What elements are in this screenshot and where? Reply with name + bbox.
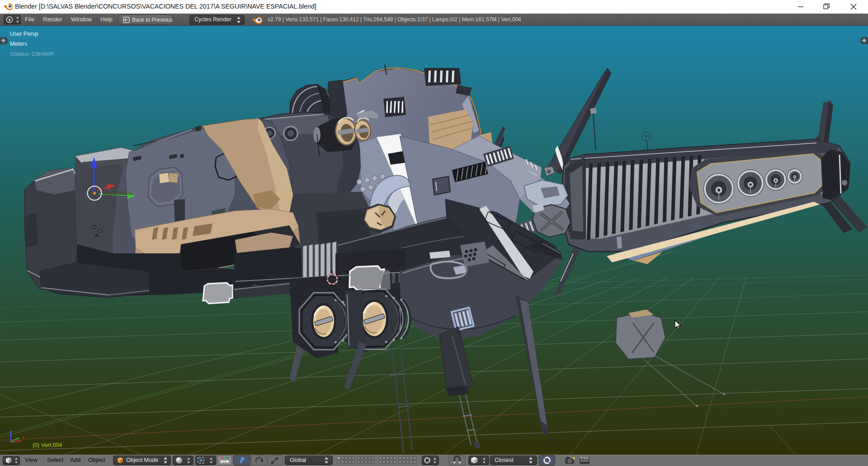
svg-text:ouplerdiskal: ouplerdiskal	[103, 190, 132, 196]
svg-text:y: y	[17, 436, 19, 441]
svg-text:x: x	[22, 435, 24, 440]
